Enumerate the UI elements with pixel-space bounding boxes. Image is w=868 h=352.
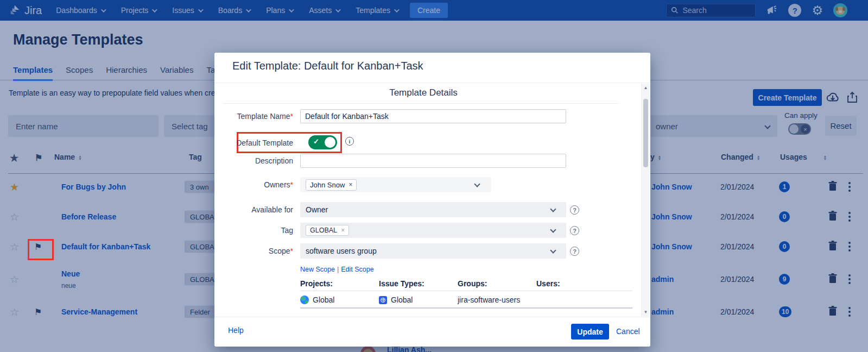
question-icon[interactable]	[570, 205, 579, 215]
create-button[interactable]: Create	[410, 3, 448, 18]
nav-item-assets[interactable]: Assets	[309, 6, 339, 15]
tab-templates[interactable]: Templates	[13, 65, 53, 81]
column-changed[interactable]: Changed	[721, 153, 760, 161]
template-name-link[interactable]: Before Release	[61, 212, 116, 221]
template-name-link[interactable]: Service-Management	[61, 307, 137, 316]
gear-icon[interactable]: ⚙	[812, 4, 823, 17]
owner-link[interactable]: John Snow	[651, 242, 692, 251]
owner-chip: John Snow	[306, 179, 357, 191]
remove-chip-icon[interactable]	[349, 181, 352, 188]
avatar	[360, 346, 376, 352]
template-name-link[interactable]: Default for Kanban+Task	[61, 242, 150, 251]
modal-scrollbar[interactable]: ▲ ▼	[641, 84, 650, 316]
column-starred-icon[interactable]	[10, 152, 18, 164]
column-name[interactable]: Name	[54, 153, 82, 161]
scroll-down-icon[interactable]: ▼	[642, 310, 650, 315]
more-actions-icon[interactable]	[848, 182, 851, 192]
megaphone-icon[interactable]	[766, 4, 778, 16]
template-name-link[interactable]: Neue	[61, 269, 80, 278]
question-icon[interactable]	[570, 226, 579, 235]
owner-filter[interactable]: owner	[630, 115, 777, 137]
more-actions-icon[interactable]	[848, 307, 851, 317]
changed-date: 2/01/2024	[720, 212, 754, 221]
sort-icon[interactable]	[658, 155, 661, 161]
owners-select[interactable]: John Snow	[300, 177, 491, 192]
search-box[interactable]	[666, 4, 756, 17]
cancel-link[interactable]: Cancel	[616, 327, 640, 336]
share-export-icon[interactable]	[846, 91, 859, 104]
delete-icon[interactable]	[828, 305, 838, 318]
search-input[interactable]	[682, 6, 747, 15]
star-outline-icon[interactable]	[10, 306, 19, 318]
question-icon[interactable]	[570, 247, 579, 256]
tab-hierarchies[interactable]: Hierarchies	[106, 65, 147, 81]
more-actions-icon[interactable]	[848, 242, 851, 252]
owner-link[interactable]: John Snow	[651, 212, 692, 221]
owner-link[interactable]: admin	[651, 275, 674, 284]
sort-icon[interactable]	[757, 155, 760, 161]
chevron-down-icon	[246, 7, 251, 12]
owner-link[interactable]: admin	[651, 307, 674, 316]
tab-variables[interactable]: Variables	[160, 65, 193, 81]
flag-icon[interactable]	[34, 307, 42, 317]
name-filter[interactable]	[8, 115, 159, 137]
name-filter-input[interactable]	[16, 122, 151, 131]
default-template-toggle[interactable]	[308, 135, 337, 149]
sort-icon[interactable]	[823, 155, 827, 161]
chevron-down-icon	[101, 7, 106, 12]
more-actions-icon[interactable]	[848, 274, 851, 284]
star-outline-icon[interactable]	[10, 241, 19, 253]
cloud-download-icon[interactable]	[826, 90, 840, 104]
template-name-input[interactable]	[300, 109, 566, 123]
update-button[interactable]: Update	[571, 324, 609, 340]
delete-icon[interactable]	[828, 273, 838, 286]
tag-label: Tag	[214, 226, 293, 235]
tag-select[interactable]: GLOBAL	[300, 223, 566, 238]
star-outline-icon[interactable]	[10, 211, 19, 223]
delete-icon[interactable]	[828, 180, 838, 193]
description-input[interactable]	[300, 154, 566, 168]
modal-title: Edit Template: Default for Kanban+Task	[232, 60, 423, 72]
help-icon[interactable]: ?	[788, 4, 801, 17]
toggle-knob	[325, 137, 335, 148]
scrollbar-thumb[interactable]	[643, 99, 648, 167]
top-nav: Jira Dashboards Projects Issues Boards P…	[0, 0, 868, 21]
jira-logo[interactable]: Jira	[9, 4, 42, 17]
new-scope-link[interactable]: New Scope	[300, 266, 335, 273]
star-outline-icon[interactable]	[10, 273, 19, 286]
chevron-down-icon	[289, 7, 294, 12]
available-for-select[interactable]: Owner	[300, 202, 566, 217]
template-name-link[interactable]: For Bugs by John	[61, 183, 126, 191]
help-link[interactable]: Help	[228, 326, 244, 335]
user-avatar[interactable]	[833, 3, 847, 17]
nav-item-plans[interactable]: Plans	[266, 6, 293, 15]
owner-link[interactable]: John Snow	[651, 183, 692, 191]
column-usages[interactable]: Usages	[780, 153, 827, 161]
edit-scope-link[interactable]: Edit Scope	[341, 266, 373, 273]
remove-chip-icon[interactable]	[341, 227, 345, 234]
star-filled-icon[interactable]	[10, 181, 19, 193]
column-changed-by-partial[interactable]: y	[650, 153, 661, 161]
tab-scopes[interactable]: Scopes	[66, 65, 93, 81]
nav-item-boards[interactable]: Boards	[218, 6, 250, 15]
more-actions-icon[interactable]	[848, 212, 851, 222]
check-icon	[313, 137, 319, 146]
chevron-down-icon	[764, 123, 770, 129]
nav-item-issues[interactable]: Issues	[172, 6, 201, 15]
scope-select[interactable]: software users group	[300, 243, 566, 259]
info-icon[interactable]	[345, 137, 354, 146]
nav-item-projects[interactable]: Projects	[121, 6, 156, 15]
create-template-button[interactable]: Create Template	[753, 89, 822, 106]
column-tag[interactable]: Tag	[189, 153, 202, 161]
column-flag-icon[interactable]	[35, 153, 42, 163]
nav-item-dashboards[interactable]: Dashboards	[56, 6, 105, 15]
scroll-up-icon[interactable]: ▲	[642, 85, 650, 90]
description-label: Description	[214, 156, 293, 165]
can-apply-toggle[interactable]	[788, 123, 811, 135]
nav-item-templates[interactable]: Templates	[356, 6, 398, 15]
reset-button[interactable]: Reset	[825, 116, 857, 136]
delete-icon[interactable]	[828, 240, 838, 253]
intro-text: Template is an easy way to prepopulate f…	[9, 89, 221, 97]
delete-icon[interactable]	[828, 210, 838, 223]
sort-icon[interactable]	[78, 155, 81, 161]
